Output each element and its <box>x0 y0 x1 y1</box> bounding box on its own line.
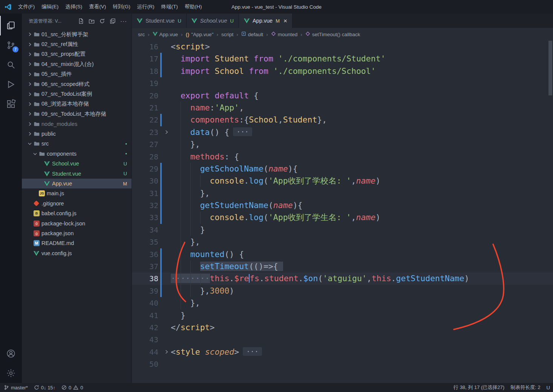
tree-item[interactable]: .gitignore <box>22 199 132 208</box>
settings-gear-icon[interactable] <box>0 363 22 383</box>
source-control-icon[interactable]: 7 <box>0 35 22 55</box>
code-line[interactable]: 22 components:{School,Student}, <box>132 114 553 126</box>
breadcrumb-item[interactable]: src <box>138 32 145 37</box>
tree-item[interactable]: {}package-lock.json <box>22 218 132 228</box>
run-debug-icon[interactable] <box>0 75 22 94</box>
git-branch-status[interactable]: master* <box>4 385 28 390</box>
problems-status[interactable]: 0 0 <box>61 385 83 390</box>
tree-item[interactable]: Student.vueU <box>22 168 132 178</box>
code-line[interactable]: 34 } <box>132 224 553 236</box>
tree-item[interactable]: components● <box>22 149 132 159</box>
scrollbar[interactable] <box>548 41 552 95</box>
fold-chevron-icon[interactable] <box>162 346 171 358</box>
code-line[interactable]: 35 }, <box>132 236 553 248</box>
code-editor[interactable]: 16<script>17 import Student from './comp… <box>132 41 553 383</box>
tree-item[interactable]: 05_src_插件 <box>22 69 132 79</box>
code-line[interactable]: 33 console.log('App收到了学生名: ',name) <box>132 211 553 224</box>
chevron-right-icon[interactable] <box>27 52 34 57</box>
folded-region[interactable]: ··· <box>233 127 252 136</box>
chevron-right-icon[interactable] <box>27 81 34 87</box>
fold-chevron-icon[interactable] <box>162 126 171 138</box>
code-line[interactable]: 38········this.$refs.student.$on('atguig… <box>132 273 553 285</box>
chevron-right-icon[interactable] <box>27 32 34 37</box>
code-line[interactable]: 18 import School from './components/Scho… <box>132 65 553 77</box>
tree-item[interactable]: {}package.json <box>22 228 132 238</box>
tab-app-vue[interactable]: App.vueM× <box>239 14 293 28</box>
menu-item[interactable]: 帮助(H) <box>181 0 205 14</box>
tree-item[interactable]: 02_src_ref属性 <box>22 39 132 49</box>
code-line[interactable]: 40 }, <box>132 297 553 309</box>
tree-item[interactable]: src● <box>22 139 132 149</box>
chevron-right-icon[interactable] <box>27 61 34 67</box>
tree-item[interactable]: vue.config.js <box>22 248 132 258</box>
new-folder-icon[interactable] <box>89 18 95 24</box>
menu-item[interactable]: 运行(R) <box>134 0 158 14</box>
code-line[interactable]: 23 data() {··· <box>132 126 553 138</box>
code-line[interactable]: 30 console.log('App收到了学校名: ',name) <box>132 175 553 187</box>
chevron-down-icon[interactable] <box>27 141 34 146</box>
tree-item[interactable]: School.vueU <box>22 159 132 168</box>
tree-item[interactable]: 09_src_TodoList_本地存储 <box>22 109 132 119</box>
more-actions-icon[interactable]: ··· <box>120 19 127 23</box>
search-icon[interactable] <box>0 55 22 75</box>
cursor-position-status[interactable]: 行 38, 列 17 (已选择27) <box>453 384 504 391</box>
breadcrumb-item[interactable]: setTimeout() callback <box>305 31 360 37</box>
tree-item[interactable]: node_modules <box>22 119 132 129</box>
chevron-right-icon[interactable] <box>27 111 34 116</box>
tab-school-vue[interactable]: School.vueU <box>187 14 239 28</box>
code-line[interactable]: 37 setTimeout(()=>{ <box>132 260 553 273</box>
tree-item[interactable]: public <box>22 129 132 139</box>
code-line[interactable]: 31 }, <box>132 187 553 199</box>
tree-item[interactable]: 08_浏览器本地存储 <box>22 99 132 109</box>
menu-item[interactable]: 终端(T) <box>158 0 181 14</box>
tree-item[interactable]: 06_src_scoped样式 <box>22 79 132 89</box>
breadcrumb-item[interactable]: {}"App.vue" <box>186 32 214 37</box>
menu-item[interactable]: 转到(G) <box>109 0 134 14</box>
code-line[interactable]: 41 } <box>132 309 553 322</box>
tree-item[interactable]: JSmain.js <box>22 188 132 198</box>
account-icon[interactable] <box>0 344 22 363</box>
chevron-right-icon[interactable] <box>27 101 34 107</box>
tab-student-vue[interactable]: Student.vueU <box>132 14 187 28</box>
breadcrumb-item[interactable]: script <box>221 32 233 37</box>
code-line[interactable]: 27 }, <box>132 138 553 150</box>
code-line[interactable]: 19 <box>132 77 553 89</box>
code-line[interactable]: 36 mounted() { <box>132 248 553 260</box>
code-line[interactable]: 17 import Student from './components/Stu… <box>132 53 553 65</box>
refresh-icon[interactable] <box>99 18 105 24</box>
breadcrumb-item[interactable]: App.vue <box>153 32 178 37</box>
code-line[interactable]: 50 <box>132 358 553 370</box>
chevron-right-icon[interactable] <box>27 121 34 127</box>
menu-item[interactable]: 查看(V) <box>86 0 109 14</box>
encoding-status[interactable]: U <box>547 385 550 390</box>
menu-item[interactable]: 文件(F) <box>15 0 38 14</box>
close-icon[interactable]: × <box>283 18 287 24</box>
indentation-status[interactable]: 制表符长度: 2 <box>510 384 540 391</box>
git-sync-status[interactable]: 0↓ 15↑ <box>34 385 55 390</box>
code-line[interactable]: 16<script> <box>132 41 553 53</box>
tree-item[interactable]: 01_src_分析脚手架 <box>22 29 132 39</box>
code-line[interactable]: 28 methods: { <box>132 151 553 163</box>
tree-item[interactable]: 04_src_mixin混入(合) <box>22 59 132 69</box>
chevron-right-icon[interactable] <box>27 131 34 136</box>
menu-item[interactable]: 编辑(E) <box>38 0 62 14</box>
tree-item[interactable]: MREADME.md <box>22 238 132 248</box>
folded-region[interactable]: ··· <box>243 347 262 356</box>
code-line[interactable]: 43 <box>132 334 553 346</box>
menu-item[interactable]: 选择(S) <box>62 0 86 14</box>
chevron-down-icon[interactable] <box>32 151 39 156</box>
collapse-all-icon[interactable] <box>110 18 116 24</box>
code-line[interactable]: 42</script> <box>132 322 553 334</box>
tree-item[interactable]: 03_src_props配置 <box>22 49 132 59</box>
chevron-right-icon[interactable] <box>27 92 34 97</box>
code-line[interactable]: 32 getStudentName(name){ <box>132 199 553 211</box>
chevron-right-icon[interactable] <box>27 72 34 77</box>
tree-item[interactable]: App.vueM <box>22 179 132 188</box>
tree-item[interactable]: 07_src_TodoList案例 <box>22 89 132 99</box>
explorer-icon[interactable] <box>0 16 22 35</box>
code-line[interactable]: 39 },3000) <box>132 285 553 297</box>
new-file-icon[interactable] <box>78 18 84 24</box>
chevron-right-icon[interactable] <box>27 42 34 47</box>
extensions-icon[interactable] <box>0 94 22 114</box>
code-line[interactable]: 29 getSchoolName(name){ <box>132 163 553 175</box>
